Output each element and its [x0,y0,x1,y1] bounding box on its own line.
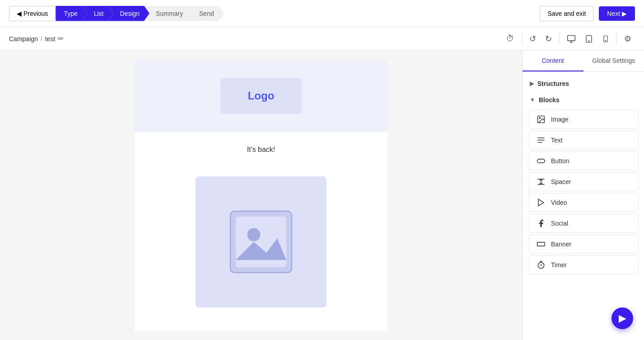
block-label-banner: Banner [551,241,571,248]
logo-block: Logo [135,60,387,132]
structures-section-header[interactable]: ▶ Structures [523,76,644,92]
nav-right: Save and exit Next ▶ [540,6,635,21]
svg-point-9 [247,228,261,241]
banner-block-icon [536,240,546,249]
main-layout: Logo It's back! [0,51,644,340]
button-block-icon [536,156,546,165]
block-item-image[interactable]: Image [528,110,639,129]
tablet-icon[interactable] [581,32,597,46]
previous-button[interactable]: ◀ Previous [9,6,56,21]
breadcrumb-test: test [45,35,56,42]
toolbar-divider-2 [559,33,560,44]
blocks-chevron: ▼ [530,97,535,103]
fab-button[interactable]: ▶ [611,307,633,329]
tab-global-settings[interactable]: Global Settings [583,51,644,71]
email-canvas: Logo It's back! [135,60,387,331]
settings-icon[interactable]: ⚙ [621,31,635,47]
svg-point-4 [588,40,589,41]
step-send[interactable]: Send [187,6,224,21]
structures-chevron: ▶ [530,80,534,87]
step-summary[interactable]: Summary [144,6,193,21]
svg-rect-16 [537,159,545,163]
logo-box[interactable]: Logo [220,78,302,114]
breadcrumb-separator: / [41,35,42,42]
breadcrumb: Campaign / test ✏ [9,34,64,43]
canvas-area: Logo It's back! [0,51,522,340]
svg-rect-21 [537,242,545,246]
image-block-icon [536,115,546,124]
video-block-icon [536,198,546,207]
block-item-timer[interactable]: Timer [528,255,639,274]
sub-header: Campaign / test ✏ ⏱ ↺ ↻ ⚙ [0,27,644,51]
step-navigation: Type List Design Summary Send [56,6,218,21]
panel-body: ▶ Structures ▼ Blocks Image Text [523,72,644,340]
redo-icon[interactable]: ↻ [541,31,555,47]
desktop-icon[interactable] [563,32,579,46]
block-label-image: Image [551,116,569,123]
blocks-section-header[interactable]: ▼ Blocks [523,92,644,108]
toolbar-divider [522,33,522,44]
edit-icon[interactable]: ✏ [58,34,64,43]
undo-icon[interactable]: ↺ [526,31,540,47]
svg-marker-20 [538,199,544,206]
text-block-icon [536,136,546,145]
block-item-text[interactable]: Text [528,131,639,150]
block-item-spacer[interactable]: Spacer [528,172,639,191]
block-label-text: Text [551,137,563,144]
history-icon[interactable]: ⏱ [503,31,518,46]
next-button[interactable]: Next ▶ [599,6,635,21]
logo-text: Logo [248,90,275,102]
block-label-social: Social [551,220,568,227]
svg-rect-0 [568,35,575,41]
toolbar-icons: ⏱ ↺ ↻ ⚙ [503,31,635,47]
block-item-button[interactable]: Button [528,151,639,170]
top-navigation: ◀ Previous Type List Design Summary Send… [0,0,644,27]
block-label-spacer: Spacer [551,178,571,185]
step-design[interactable]: Design [108,6,150,21]
social-block-icon [536,219,546,228]
save-exit-button[interactable]: Save and exit [540,6,593,21]
panel-tabs: Content Global Settings [523,51,644,72]
svg-point-12 [539,118,541,119]
svg-point-6 [605,40,606,41]
breadcrumb-campaign: Campaign [9,35,38,42]
body-text: It's back! [247,146,275,153]
tab-content[interactable]: Content [523,51,583,71]
block-item-video[interactable]: Video [528,193,639,212]
block-label-video: Video [551,199,567,206]
block-item-banner[interactable]: Banner [528,235,639,254]
block-label-button: Button [551,157,569,165]
block-item-social[interactable]: Social [528,214,639,233]
image-block [135,167,387,326]
timer-block-icon [536,260,546,269]
toolbar-divider-3 [616,33,617,44]
right-panel: Content Global Settings ▶ Structures ▼ B… [522,51,644,340]
blocks-label: Blocks [539,96,560,104]
block-label-timer: Timer [551,261,567,269]
structures-label: Structures [537,80,569,87]
mobile-icon[interactable] [598,33,613,45]
text-block: It's back! [135,132,387,167]
spacer-block-icon [536,177,546,186]
step-type[interactable]: Type [56,6,87,21]
image-placeholder[interactable] [196,176,327,307]
